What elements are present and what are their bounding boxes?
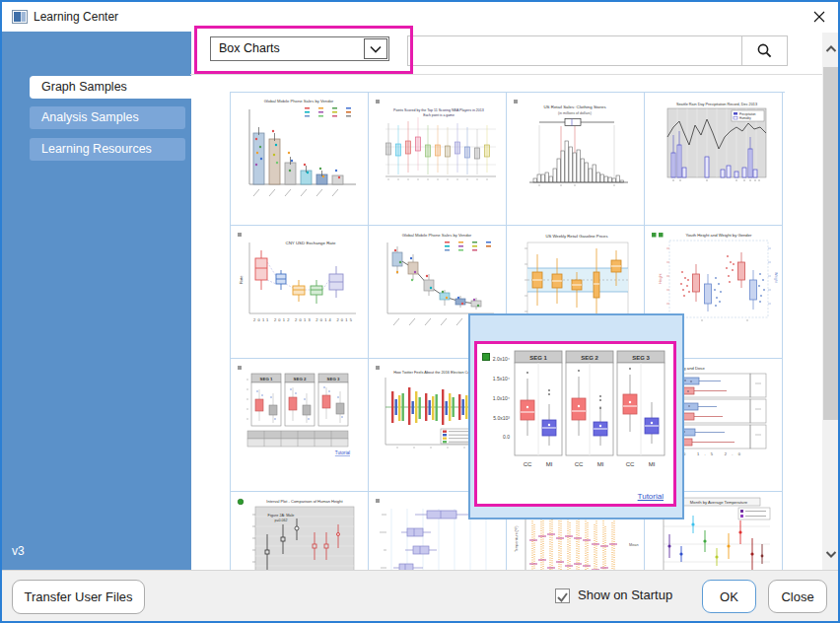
svg-text:Rate: Rate [239, 275, 244, 284]
sidebar-item-graph-samples[interactable]: Graph Samples [30, 76, 191, 99]
scroll-up-icon[interactable] [822, 40, 839, 57]
svg-text:SEG 2: SEG 2 [581, 355, 598, 361]
sample-thumbnail-9[interactable]: SEG 1 SEG 2 [231, 359, 369, 492]
svg-text:CNY USD Exchange Rate: CNY USD Exchange Rate [286, 241, 336, 245]
sample-preview-popup: 2.0x10⁴ 1.5x10⁴ 1.0x10⁴ 5.0x10³ 0.0 SEG … [468, 313, 684, 519]
sample-thumbnail-5[interactable]: CNY USD Exchange Rate Rate 2011 2012 201… [231, 226, 369, 359]
svg-text:Precipitation: Precipitation [739, 112, 756, 116]
tutorial-link[interactable]: Tutorial [638, 492, 664, 501]
vertical-scrollbar[interactable] [822, 33, 839, 570]
svg-text:Weight: Weight [774, 272, 778, 283]
svg-text:SEG 2: SEG 2 [294, 377, 307, 381]
learning-center-dialog: Learning Center Graph Samples Analysis S… [0, 0, 840, 623]
check-icon [556, 590, 569, 603]
close-icon[interactable] [806, 4, 832, 30]
thumb-chart-nba: Points Scored by the Top 11 Scoring NBA … [372, 96, 502, 221]
search-box [407, 35, 788, 66]
svg-text:Temperature (°F): Temperature (°F) [515, 526, 519, 553]
svg-text:2011 2012 2013 2014 2015: 2011 2012 2013 2014 2015 [253, 317, 353, 322]
svg-text:Tutorial: Tutorial [335, 450, 350, 455]
preview-card[interactable]: 2.0x10⁴ 1.5x10⁴ 1.0x10⁴ 5.0x10³ 0.0 SEG … [474, 341, 676, 507]
chevron-down-icon[interactable] [364, 38, 387, 59]
svg-text:SEG 3: SEG 3 [632, 355, 650, 361]
title-bar: Learning Center [2, 2, 838, 32]
scrollbar-thumb[interactable] [823, 67, 838, 420]
sidebar-item-analysis-samples[interactable]: Analysis Samples [30, 106, 185, 129]
svg-text:SEG 1: SEG 1 [529, 355, 547, 361]
sidebar-item-label: Graph Samples [41, 80, 127, 94]
sample-thumbnail-4[interactable]: Seattle Rain Day Precipitation Record, D… [645, 93, 783, 226]
svg-text:SEG 1: SEG 1 [260, 377, 273, 381]
svg-text:Height: Height [659, 274, 663, 284]
svg-text:Seattle Rain Day Precipitation: Seattle Rain Day Precipitation Record, D… [676, 103, 757, 106]
svg-text:1.0x10⁴: 1.0x10⁴ [493, 395, 510, 401]
sidebar: Graph Samples Analysis Samples Learning … [2, 32, 191, 570]
svg-text:Mean: Mean [629, 543, 639, 547]
search-input[interactable] [408, 36, 741, 65]
sidebar-item-label: Learning Resources [41, 142, 152, 156]
svg-text:Month by Average Temperature: Month by Average Temperature [690, 500, 748, 505]
thumb-chart-rain: Seattle Rain Day Precipitation Record, D… [648, 96, 778, 221]
ok-button[interactable]: OK [702, 580, 756, 613]
svg-text:2.0x10⁴: 2.0x10⁴ [493, 356, 510, 362]
svg-text:MI: MI [597, 461, 604, 467]
version-label: v3 [12, 544, 25, 558]
svg-text:Figure 2A: Male: Figure 2A: Male [268, 514, 295, 518]
search-icon[interactable] [741, 36, 787, 65]
close-button[interactable]: Close [768, 580, 827, 613]
svg-text:Global Mobile Phone Sales by V: Global Mobile Phone Sales by Vendor [264, 99, 334, 104]
toolbar-separator [190, 74, 824, 75]
svg-text:MI: MI [546, 461, 553, 467]
sample-thumbnail-3[interactable]: US Retail Sales: Clothing Stores (in mil… [507, 93, 645, 226]
window-title: Learning Center [34, 2, 118, 32]
sample-thumbnail-1[interactable]: Global Mobile Phone Sales by Vendor [231, 93, 369, 226]
footer-bar: Transfer User Files Show on Startup OK C… [2, 570, 838, 621]
sample-thumbnail-13[interactable]: Interval Plot - Comparison of Human Heig… [231, 492, 369, 571]
svg-text:SEG 3: SEG 3 [327, 377, 340, 381]
show-on-startup-checkbox[interactable] [555, 588, 570, 603]
preview-seg-chart: 2.0x10⁴ 1.5x10⁴ 1.0x10⁴ 5.0x10³ 0.0 SEG … [478, 345, 672, 483]
svg-text:1.5x10⁴: 1.5x10⁴ [493, 376, 510, 381]
svg-text:Youth Height and Weight by Gen: Youth Height and Weight by Gender [686, 233, 752, 238]
svg-text:CC: CC [524, 461, 532, 467]
sidebar-item-learning-resources[interactable]: Learning Resources [30, 138, 185, 161]
svg-text:Points Scored by the Top 11 Sc: Points Scored by the Top 11 Scoring NBA … [393, 108, 484, 112]
thumb-chart-interval: Interval Plot - Comparison of Human Heig… [234, 495, 364, 571]
svg-text:Global Mobile Phone Sales by V: Global Mobile Phone Sales by Vendor [402, 233, 472, 238]
category-dropdown[interactable]: Box Charts [210, 36, 389, 61]
scroll-down-icon[interactable] [822, 545, 839, 562]
svg-text:Each point is a game: Each point is a game [423, 113, 455, 117]
show-on-startup-label: Show on Startup [578, 588, 672, 602]
sidebar-item-label: Analysis Samples [41, 110, 139, 124]
app-icon [12, 9, 28, 25]
category-dropdown-value: Box Charts [219, 37, 280, 60]
sample-thumbnail-2[interactable]: Points Scored by the Top 11 Scoring NBA … [369, 93, 507, 226]
svg-text:CC: CC [626, 461, 635, 467]
thumb-chart-seg-table: SEG 1 SEG 2 [234, 362, 364, 487]
svg-text:5.0x10³: 5.0x10³ [493, 415, 510, 421]
svg-text:p=0.062: p=0.062 [274, 519, 287, 522]
svg-text:Interval Plot - Comparison of: Interval Plot - Comparison of Human Heig… [266, 499, 343, 504]
thumb-chart-cny: CNY USD Exchange Rate Rate 2011 2012 201… [234, 229, 364, 354]
thumb-chart-histogram: US Retail Sales: Clothing Stores (in mil… [510, 96, 640, 221]
transfer-user-files-button[interactable]: Transfer User Files [12, 580, 145, 614]
svg-text:0.0: 0.0 [503, 434, 510, 440]
svg-text:CC: CC [575, 461, 584, 467]
svg-text:(in millions of dollars): (in millions of dollars) [558, 111, 592, 115]
thumb-chart-bars-points: Global Mobile Phone Sales by Vendor [234, 96, 364, 221]
svg-text:US Retail Sales: Clothing Stor: US Retail Sales: Clothing Stores [543, 104, 606, 109]
svg-text:US Weekly Retail Gasoline Pric: US Weekly Retail Gasoline Prices [546, 234, 608, 239]
svg-text:Humidity: Humidity [739, 116, 751, 120]
svg-text:MI: MI [649, 461, 656, 467]
